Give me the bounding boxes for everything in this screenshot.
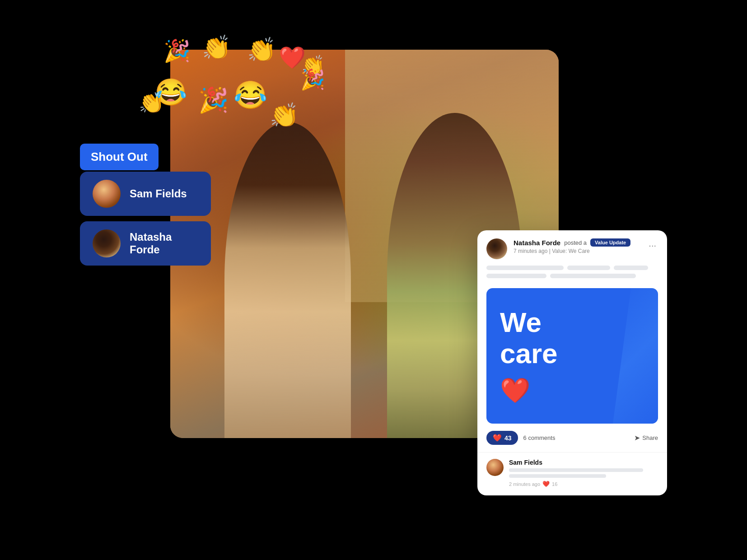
poster-name: Natasha Forde: [514, 239, 560, 247]
post-more-options[interactable]: ···: [647, 238, 658, 252]
comment-section: Sam Fields 2 minutes ago ❤️ 16: [477, 452, 667, 495]
comment-skeleton-line-1: [509, 468, 643, 472]
emoji-clap-5: 👏: [270, 102, 299, 129]
emoji-clap-4: 👏: [139, 90, 164, 115]
emoji-party-popper-3: 🎉: [300, 68, 325, 91]
comment-heart-count: 16: [552, 481, 557, 487]
post-skeleton-content: [477, 266, 667, 288]
we-care-diagonal-decoration: [613, 288, 658, 424]
skeleton-block: [486, 274, 546, 278]
we-care-heading: We care: [500, 307, 558, 369]
post-avatar-natasha: [486, 238, 507, 259]
skeleton-block: [486, 266, 564, 270]
post-meta-top: Natasha Forde posted a Value Update: [514, 238, 640, 247]
comments-count[interactable]: 6 comments: [523, 434, 629, 441]
avatar-sam: [93, 180, 121, 208]
posted-text: posted a: [564, 239, 587, 246]
post-footer: ❤️ 43 6 comments ➤ Share: [477, 424, 667, 452]
post-card: Natasha Forde posted a Value Update 7 mi…: [477, 230, 667, 495]
we-care-card: We care ❤️: [486, 288, 658, 424]
emoji-laugh-2: 😂: [233, 79, 267, 111]
user-name-sam: Sam Fields: [130, 187, 187, 200]
emoji-clap-2: 👏: [247, 36, 276, 64]
reactions-count: 43: [504, 434, 512, 442]
shout-out-button[interactable]: Shout Out: [80, 144, 159, 170]
reactions-pill[interactable]: ❤️ 43: [486, 431, 518, 445]
comment-author-name: Sam Fields: [509, 459, 658, 466]
comment-time: 2 minutes ago: [509, 481, 540, 487]
user-name-natasha: Natasha Forde: [130, 231, 198, 256]
comment-reaction-row: 2 minutes ago ❤️ 16: [509, 481, 658, 487]
comment-avatar-sam: [486, 459, 504, 476]
skeleton-row-1: [486, 266, 658, 270]
comment-skeleton: [509, 468, 658, 478]
skeleton-row-2: [486, 274, 658, 278]
we-care-heart-emoji: ❤️: [500, 376, 530, 405]
share-button[interactable]: ➤ Share: [634, 434, 658, 442]
woman-left-figure: [224, 122, 351, 438]
scene: 🎉 👏 👏 ❤️ 👏 😂 👏 😂 🎉 👏 🎉 Shout Out Sam Fie…: [80, 32, 667, 528]
skeleton-block: [567, 266, 610, 270]
comment-skeleton-line-2: [509, 474, 606, 478]
share-icon: ➤: [634, 434, 640, 442]
comment-heart-icon: ❤️: [542, 481, 550, 487]
heart-reaction-icon: ❤️: [493, 434, 502, 442]
emoji-party-popper-2: 🎉: [198, 86, 229, 114]
user-card-natasha[interactable]: Natasha Forde: [80, 221, 211, 266]
skeleton-block: [550, 274, 636, 278]
value-update-badge: Value Update: [590, 238, 630, 247]
post-time: 7 minutes ago | Value: We Care: [514, 248, 640, 254]
comment-content: Sam Fields 2 minutes ago ❤️ 16: [509, 459, 658, 487]
avatar-natasha: [93, 229, 121, 257]
post-meta: Natasha Forde posted a Value Update 7 mi…: [514, 238, 640, 254]
skeleton-block: [614, 266, 648, 270]
post-header: Natasha Forde posted a Value Update 7 mi…: [477, 230, 667, 266]
share-label: Share: [642, 434, 658, 441]
emoji-clap-1: 👏: [202, 34, 231, 61]
emoji-party-popper-1: 🎉: [163, 38, 191, 64]
user-card-sam[interactable]: Sam Fields: [80, 172, 211, 216]
